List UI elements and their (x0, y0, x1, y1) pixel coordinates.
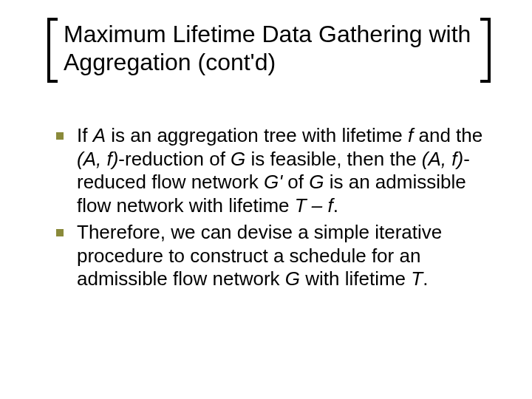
bracket-left-icon (47, 18, 58, 83)
bullet-icon (56, 124, 77, 140)
bracket-right-icon (480, 18, 491, 83)
bullet-text: If A is an aggregation tree with lifetim… (77, 124, 485, 218)
list-item: Therefore, we can devise a simple iterat… (56, 221, 485, 291)
slide: Maximum Lifetime Data Gathering with Agg… (0, 0, 532, 399)
bullet-text: Therefore, we can devise a simple iterat… (77, 221, 485, 291)
list-item: If A is an aggregation tree with lifetim… (56, 124, 485, 218)
slide-body: If A is an aggregation tree with lifetim… (56, 124, 485, 294)
title-container: Maximum Lifetime Data Gathering with Agg… (47, 18, 491, 83)
bullet-icon (56, 221, 77, 236)
slide-title: Maximum Lifetime Data Gathering with Agg… (58, 18, 480, 83)
